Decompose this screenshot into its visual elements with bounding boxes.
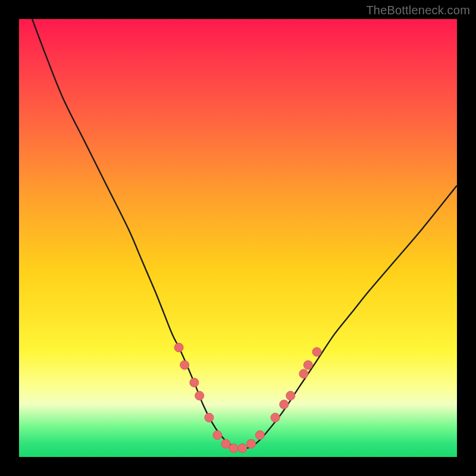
data-marker [286,392,295,400]
data-marker [213,431,222,440]
data-marker [190,378,199,387]
data-marker [229,444,238,453]
data-marker [195,392,204,400]
data-marker [280,400,289,409]
data-marker [205,413,214,422]
data-marker [174,343,183,352]
bottleneck-curve [32,19,457,449]
data-marker [238,444,247,453]
data-marker [312,347,321,356]
plot-area [19,19,457,457]
data-marker [247,439,256,448]
data-marker [299,369,308,378]
data-marker [271,413,280,422]
chart-frame: TheBottleneck.com [0,0,476,476]
data-marker [221,439,230,448]
watermark-text: TheBottleneck.com [366,4,470,17]
marker-group [174,343,321,453]
data-marker [303,361,312,369]
data-marker [255,431,264,440]
data-marker [180,361,189,369]
curve-layer [19,19,457,457]
